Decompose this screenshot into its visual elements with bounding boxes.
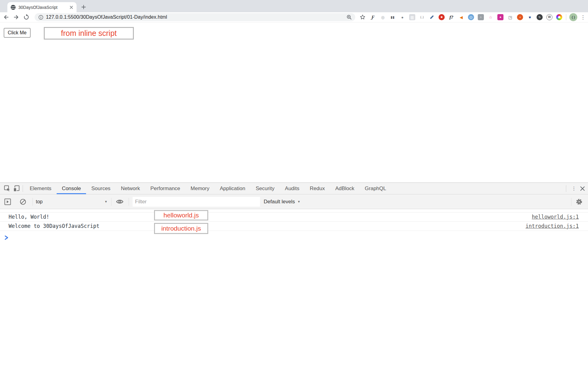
pause-columns-icon[interactable]: ▮▮ [390,14,396,20]
console-output: Hello, World! Welcome to 30DaysOfJavaScr… [0,209,588,368]
corner-frames-icon[interactable]: ◳ [507,14,513,20]
color-wheel-icon[interactable] [556,14,562,20]
annotation-box: introduction.js [154,223,208,234]
eyedropper-icon[interactable] [429,14,435,20]
toolbar-separator [111,198,111,206]
zoom-indicator-icon[interactable] [346,14,352,20]
tab-redux[interactable]: Redux [305,183,330,194]
back-icon[interactable] [2,13,10,21]
console-prompt-chevron-icon[interactable] [4,235,9,240]
clear-console-icon[interactable] [19,198,27,206]
annotation-text: introduction.js [161,225,201,232]
tab-strip: 30DaysOfJavaScript [0,0,588,12]
live-expression-eye-icon[interactable] [116,198,124,206]
camera-icon[interactable]: ○ [478,14,484,20]
devtools-panel: ElementsConsoleSourcesNetworkPerformance… [0,182,588,368]
tab-elements[interactable]: Elements [24,183,57,194]
devtools-tabbar: ElementsConsoleSourcesNetworkPerformance… [0,183,588,194]
console-message: Hello, World! [9,212,49,221]
chevron-down-icon: ▼ [297,200,300,203]
tab-performance[interactable]: Performance [145,183,185,194]
devtools-menu-icon[interactable]: ⋮ [568,186,580,191]
tab-memory[interactable]: Memory [185,183,214,194]
source-link[interactable]: helloworld.js:1 [532,212,579,221]
site-info-icon[interactable] [38,15,43,20]
history-orb-icon[interactable]: ↻ [537,14,543,20]
pink-badge-icon[interactable]: ★ [497,14,503,20]
script-font-icon[interactable]: Ƒ [370,14,376,20]
stop-hand-icon[interactable]: ✱ [439,14,445,20]
settings-gear-icon[interactable] [575,198,583,206]
tabbar-separator [566,185,566,192]
inline-script-text: from inline script [61,29,117,38]
toolbar-separator [566,14,566,20]
tab-audits[interactable]: Audits [280,183,304,194]
toolbar-separator [129,198,129,206]
row-divider [0,212,588,213]
context-selector[interactable]: top ▼ [36,199,107,205]
reload-icon[interactable] [22,13,30,21]
lens-ring-icon[interactable]: ◎ [380,14,386,20]
source-link[interactable]: introduction.js:1 [526,221,579,231]
browser-toolbar: 127.0.0.1:5500/30DaysOfJavaScript/01-Day… [0,12,588,22]
console-message: Welcome to 30DaysOfJavaScript [9,221,100,231]
console-toolbar: top ▼ Default levels ▼ [0,194,588,209]
tab-network[interactable]: Network [116,183,145,194]
new-tab-button[interactable] [80,4,87,10]
filter-input[interactable] [133,197,260,207]
tabbar-separator [23,185,23,192]
tab-close-icon[interactable] [69,5,74,10]
profile-avatar[interactable]: { } [569,13,577,21]
url-bar[interactable]: 127.0.0.1:5500/30DaysOfJavaScript/01-Day… [35,13,355,21]
tab-title: 30DaysOfJavaScript [18,5,69,10]
url-text[interactable]: 127.0.0.1:5500/30DaysOfJavaScript/01-Day… [46,14,346,20]
annotation-text: helloworld.js [164,212,199,219]
inline-script-box: from inline script [44,27,134,40]
browser-window: 30DaysOfJavaScript 127.0.0.1:5500/30Days… [0,0,588,368]
tab-graphql[interactable]: GraphQL [360,183,391,194]
browser-menu-icon[interactable]: ⋮ [579,15,588,20]
page-content: Click Me from inline script [0,22,588,182]
context-selector-value: top [36,199,43,205]
toolbar-separator [571,198,571,206]
pink-star-outline-icon[interactable]: ☆ [488,14,494,20]
tab-application[interactable]: Application [215,183,251,194]
bug-icon[interactable]: ● [399,14,405,20]
forward-icon[interactable] [12,13,20,21]
whatfont-icon[interactable]: f? [448,14,454,20]
extensions-strip: Ƒ◎▮▮●▦(..)✱f?◀⊙○☆★◳◖♥↻W [368,14,564,20]
bookmark-star-icon[interactable] [359,13,366,21]
blue-orb-icon[interactable]: ⊙ [468,14,474,20]
log-levels-value: Default levels [264,199,295,205]
pattern-grid-icon[interactable]: ▦ [409,14,415,20]
toolbar-separator [32,198,33,206]
click-me-button[interactable]: Click Me [4,28,31,38]
devtools-tabs: ElementsConsoleSourcesNetworkPerformance… [24,183,391,194]
tab-sources[interactable]: Sources [86,183,115,194]
heart-search-icon[interactable]: ♥ [527,14,533,20]
megaphone-icon[interactable]: ◀ [458,14,464,20]
log-levels-dropdown[interactable]: Default levels ▼ [264,199,300,205]
devtools-close-icon[interactable] [580,186,585,191]
console-sidebar-toggle-icon[interactable] [4,198,12,206]
tab-adblock[interactable]: AdBlock [330,183,360,194]
globe-favicon-icon [10,5,16,10]
row-divider [0,231,588,231]
annotation-box: helloworld.js [154,210,208,220]
w-ring-icon[interactable]: W [546,14,552,20]
tab-security[interactable]: Security [251,183,280,194]
orange-orb-icon[interactable]: ◖ [517,14,523,20]
tab-console[interactable]: Console [57,183,86,194]
chevron-down-icon: ▼ [104,200,107,203]
device-toolbar-icon[interactable] [12,183,21,194]
parentheses-icon[interactable]: (..) [419,14,425,20]
inspect-element-icon[interactable] [3,183,12,194]
browser-tab[interactable]: 30DaysOfJavaScript [7,2,77,12]
